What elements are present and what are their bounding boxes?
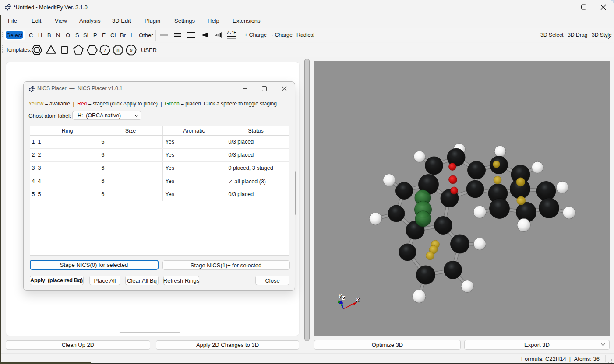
svg-text:9: 9 xyxy=(130,48,132,53)
svg-text:Z: Z xyxy=(342,295,346,301)
svg-text:X: X xyxy=(356,297,360,302)
svg-text:Z⇌E: Z⇌E xyxy=(227,30,236,35)
svg-text:7: 7 xyxy=(103,48,106,53)
svg-text:8: 8 xyxy=(116,48,119,53)
